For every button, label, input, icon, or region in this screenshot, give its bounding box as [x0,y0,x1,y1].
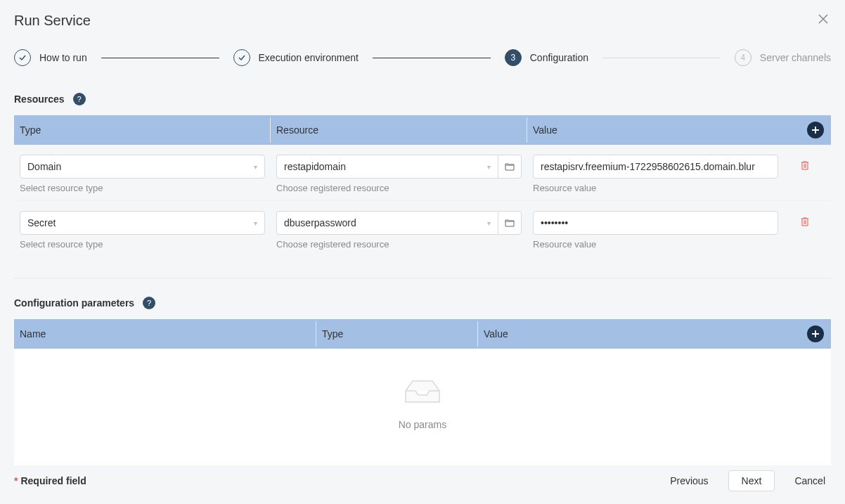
add-param-button[interactable] [807,325,824,342]
check-icon [14,49,31,66]
step-label: Server channels [760,52,831,63]
chevron-down-icon: ▾ [487,219,491,227]
folder-icon [505,219,515,227]
column-header-type: Type [14,117,271,143]
step-connector [101,58,219,58]
plus-icon [811,330,820,338]
field-hint: Resource value [533,183,778,193]
resource-type-select[interactable]: Secret ▾ [20,211,265,235]
step-server-channels[interactable]: 4 Server channels [735,49,831,66]
resources-heading: Resources [14,93,65,105]
help-icon[interactable]: ? [143,297,155,309]
required-field-note: *Required field [14,475,86,486]
close-icon [818,14,828,24]
previous-button[interactable]: Previous [664,471,714,491]
column-header-resource: Resource [271,117,527,143]
resource-name-select[interactable]: restapidomain ▾ [276,155,498,179]
empty-state: No params [14,349,831,465]
params-heading: Configuration parameters [14,297,134,309]
delete-resource-button[interactable] [784,155,826,172]
add-resource-button[interactable] [807,122,824,138]
plus-icon [811,126,820,134]
select-value: dbuserpassword [284,217,356,228]
chevron-down-icon: ▾ [254,219,257,227]
column-header-value: Value [478,321,807,347]
resource-type-select[interactable]: Domain ▾ [20,155,265,179]
resource-value-input[interactable] [533,155,778,179]
column-header-name: Name [14,321,316,347]
step-execution-environment[interactable]: Execution environment [233,49,359,66]
select-value: Secret [27,217,56,228]
empty-text: No params [14,419,831,430]
resources-table: Type Resource Value Domain ▾ Select reso… [14,115,831,257]
select-value: restapidomain [284,161,346,172]
delete-resource-button[interactable] [784,211,826,228]
column-header-value: Value [527,117,784,143]
field-hint: Select resource type [20,183,265,193]
close-button[interactable] [815,11,831,30]
step-number: 4 [735,49,752,66]
step-label: Configuration [530,52,588,63]
step-how-to-run[interactable]: How to run [14,49,87,66]
step-configuration[interactable]: 3 Configuration [505,49,588,66]
resource-value-input[interactable] [533,211,778,235]
select-value: Domain [27,161,61,172]
step-number: 3 [505,49,522,66]
field-hint: Select resource type [20,239,265,250]
step-label: How to run [39,52,87,63]
modal-title: Run Service [14,13,91,29]
field-hint: Resource value [533,239,778,250]
step-connector [602,58,721,58]
chevron-down-icon: ▾ [254,163,257,171]
field-hint: Choose registered resource [276,183,522,193]
browse-resource-button[interactable] [498,155,522,179]
resource-row: Secret ▾ Select resource type dbuserpass… [14,201,831,257]
cancel-button[interactable]: Cancel [789,471,831,491]
trash-icon [800,160,810,170]
browse-resource-button[interactable] [498,211,522,235]
field-hint: Choose registered resource [276,239,522,250]
folder-icon [505,162,515,171]
help-icon[interactable]: ? [73,93,86,105]
trash-icon [800,217,810,226]
step-label: Execution environment [259,52,359,63]
resource-name-select[interactable]: dbuserpassword ▾ [276,211,498,235]
column-header-type: Type [316,321,478,347]
inbox-icon [14,377,831,405]
section-divider [14,278,831,278]
resource-row: Domain ▾ Select resource type restapidom… [14,145,831,201]
next-button[interactable]: Next [728,470,775,491]
wizard-stepper: How to run Execution environment 3 Confi… [14,49,831,66]
params-table: Name Type Value No params [14,319,831,465]
chevron-down-icon: ▾ [487,163,491,171]
check-icon [233,49,250,66]
step-connector [373,58,491,58]
